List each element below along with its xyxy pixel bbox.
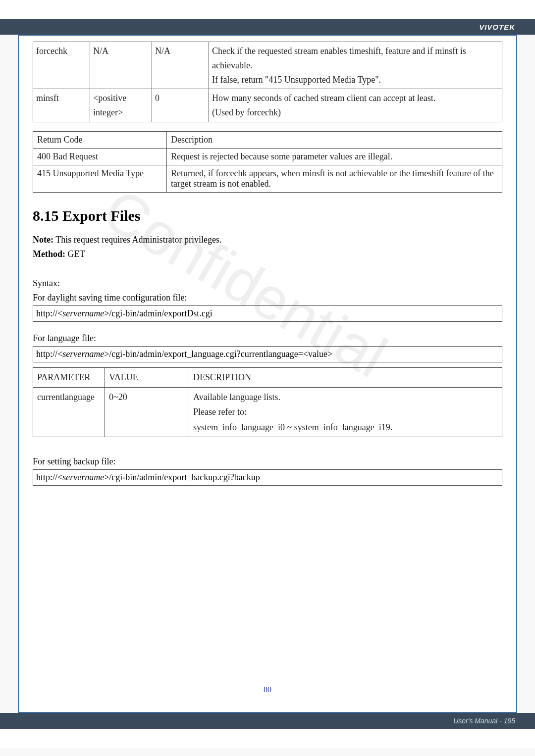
url-pre: http://<	[36, 472, 62, 482]
section-title: 8.15 Export Files	[33, 207, 502, 224]
return-desc: Request is rejected because some paramet…	[167, 148, 502, 165]
brand-text: VIVOTEK	[479, 23, 515, 31]
note-line: Note: This request requires Administrato…	[33, 233, 502, 247]
dst-label: For daylight saving time configuration f…	[33, 291, 502, 304]
header-parameter: PARAMETER	[33, 367, 105, 387]
syntax-label: Syntax:	[33, 277, 502, 290]
url-pre: http://<	[36, 349, 62, 359]
note-text: This request requires Administrator priv…	[54, 235, 222, 245]
param-name: minsft	[33, 89, 90, 122]
url-pre: http://<	[36, 308, 62, 318]
param-desc: How many seconds of cached stream client…	[209, 89, 502, 122]
note-label: Note:	[33, 235, 54, 245]
lang-param: currentlanguage	[33, 387, 105, 437]
table-header-row: PARAMETER VALUE DESCRIPTION	[33, 367, 502, 387]
lang-label: For language file:	[33, 332, 502, 345]
url-post: >/cgi-bin/admin/export_language.cgi?curr…	[104, 349, 332, 359]
url-server: servername	[62, 472, 104, 482]
table-row: 415 Unsupported Media Type Returned, if …	[33, 165, 502, 192]
backup-url-box: http://<servername>/cgi-bin/admin/export…	[33, 469, 502, 486]
footer-band: User's Manual - 195	[0, 713, 535, 729]
header-return-code: Return Code	[33, 131, 167, 148]
page-number: 80	[19, 685, 516, 694]
lang-value: 0~20	[105, 387, 189, 437]
header-value: VALUE	[105, 367, 189, 387]
page-top-gap	[0, 0, 535, 19]
method-label: Method:	[33, 249, 65, 259]
page-frame: Confidential forcechk N/A N/A Check if t…	[18, 35, 517, 713]
table-row: currentlanguage 0~20 Available language …	[33, 387, 502, 437]
table-header-row: Return Code Description	[33, 131, 502, 148]
lang-desc: Available language lists. Please refer t…	[189, 387, 502, 437]
url-server: servername	[62, 349, 104, 359]
header-band: VIVOTEK	[0, 19, 535, 35]
params-table: forcechk N/A N/A Check if the requested …	[33, 42, 502, 122]
url-post: >/cgi-bin/admin/export_backup.cgi?backup	[104, 472, 260, 482]
table-row: forcechk N/A N/A Check if the requested …	[33, 42, 502, 89]
method-line: Method: GET	[33, 248, 502, 261]
header-description: DESCRIPTION	[189, 367, 502, 387]
return-code: 415 Unsupported Media Type	[33, 165, 167, 192]
header-description: Description	[167, 131, 502, 148]
url-server: servername	[62, 308, 104, 318]
return-code: 400 Bad Request	[33, 148, 167, 165]
method-value: GET	[65, 249, 85, 259]
language-table: PARAMETER VALUE DESCRIPTION currentlangu…	[33, 367, 502, 437]
url-post: >/cgi-bin/admin/exportDst.cgi	[104, 308, 213, 318]
param-default: 0	[152, 89, 209, 122]
table-row: minsft <positive integer> 0 How many sec…	[33, 89, 502, 122]
param-default: N/A	[152, 42, 209, 89]
return-desc: Returned, if forcechk appears, when mins…	[167, 165, 502, 192]
param-value: <positive integer>	[90, 89, 152, 122]
page-bottom-gap	[0, 729, 535, 748]
param-name: forcechk	[33, 42, 90, 89]
lang-url-box: http://<servername>/cgi-bin/admin/export…	[33, 346, 502, 362]
param-value: N/A	[90, 42, 152, 89]
return-code-table: Return Code Description 400 Bad Request …	[33, 131, 502, 193]
footer-text: User's Manual - 195	[453, 717, 515, 725]
backup-label: For setting backup file:	[33, 455, 502, 468]
table-row: 400 Bad Request Request is rejected beca…	[33, 148, 502, 165]
dst-url-box: http://<servername>/cgi-bin/admin/export…	[33, 305, 502, 322]
param-desc: Check if the requested stream enables ti…	[209, 42, 502, 89]
